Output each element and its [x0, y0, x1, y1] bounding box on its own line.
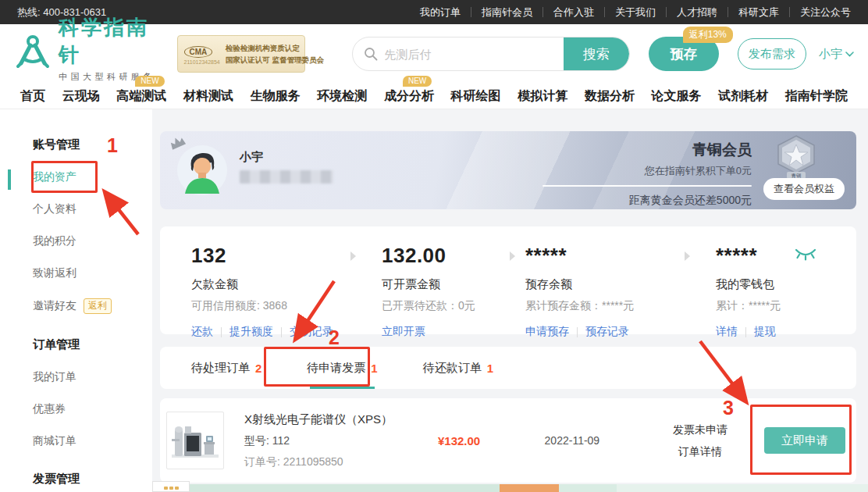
topbar-link-library[interactable]: 科研文库: [738, 5, 779, 20]
stat-debt: 132 欠款金额 可用信用额度: 3868 还款 提升额度 交易记录: [191, 244, 340, 334]
rebate-badge: 返利13%: [683, 27, 733, 43]
stat-value: 132.00: [382, 244, 499, 268]
nav-item-composition[interactable]: 成分分析NEW: [384, 88, 434, 105]
nav-item-simulation[interactable]: 模拟计算: [518, 88, 567, 105]
topbar-link-wechat[interactable]: 关注公众号: [800, 5, 851, 20]
nav-item-bio-service[interactable]: 生物服务: [251, 88, 301, 105]
search-icon: [364, 47, 378, 61]
order-status-block: 发票未申请 订单详情: [636, 419, 764, 462]
eye-closed-icon[interactable]: [795, 248, 816, 264]
nav-item-reagents[interactable]: 试剂耗材: [718, 88, 768, 105]
topbar-link-about[interactable]: 关于我们: [615, 5, 656, 20]
prestore-records-link[interactable]: 预存记录: [585, 325, 629, 339]
stat-label: 我的零钱包: [716, 277, 844, 292]
sidebar-item-profile[interactable]: 个人资料: [33, 202, 152, 216]
stat-sub: 已开票待还款：0元: [382, 299, 499, 313]
sidebar-group-title-invoices[interactable]: 发票管理: [33, 472, 152, 487]
cma-text: 检验检测机构资质认定 国家认证认可 监督管理委员会: [226, 42, 324, 66]
nav-item-paper-service[interactable]: 论文服务: [652, 88, 702, 105]
topbar-links: 我的订单 指南针会员 合作入驻 关于我们 人才招聘 科研文库 关注公众号: [420, 5, 851, 20]
bottom-banner-orange-segment: [500, 484, 559, 492]
xps-instrument-image: [170, 415, 220, 465]
nav-item-data-analysis[interactable]: 数据分析: [585, 88, 635, 105]
sidebar-group-account: 账号管理 我的资产 个人资料 我的积分 致谢返利 邀请好友 返利: [33, 137, 152, 314]
tab-pending-orders[interactable]: 待处理订单2: [191, 347, 261, 389]
topbar-link-partner[interactable]: 合作入驻: [553, 5, 594, 20]
tab-repayment-orders[interactable]: 待还款订单1: [423, 347, 493, 389]
sidebar-item-my-assets[interactable]: 我的资产: [33, 170, 152, 184]
sidebar-item-coupons[interactable]: 优惠券: [33, 402, 152, 416]
tab-count: 1: [371, 362, 377, 375]
topbar-link-membership[interactable]: 指南针会员: [482, 5, 532, 20]
tab-invoice-to-apply[interactable]: 待申请发票1: [307, 347, 377, 389]
sidebar-item-thanks-rebate[interactable]: 致谢返利: [33, 266, 152, 280]
tab-count: 2: [255, 362, 261, 375]
product-model: 型号: 112: [244, 434, 410, 448]
stat-sub: 累计：*****元: [716, 299, 844, 313]
transactions-link[interactable]: 交易记录: [290, 325, 333, 339]
chevron-right-icon: [499, 244, 525, 334]
compass-icon: [14, 34, 52, 74]
search-bar: 搜索: [352, 37, 630, 71]
view-benefits-button[interactable]: 查看会员权益: [763, 178, 845, 200]
divider: [471, 7, 471, 17]
divider: [542, 7, 543, 17]
member-accumulated: 您在指南针累积下单0元: [645, 164, 752, 178]
username: 小宇: [819, 47, 842, 62]
search-input[interactable]: [378, 48, 564, 61]
apply-prestore-link[interactable]: 申请预存: [525, 325, 569, 339]
raise-limit-link[interactable]: 提升额度: [229, 325, 273, 339]
order-row: X射线光电子能谱仪（XPS） 型号: 112 订单号: 2211095850 ¥…: [160, 398, 856, 483]
nav-item-highend-test[interactable]: 高端测试NEW: [116, 88, 166, 105]
prestore-button[interactable]: 预存 返利13%: [649, 37, 719, 71]
stat-value: 132: [191, 244, 340, 268]
nav-item-cloud[interactable]: 云现场: [62, 88, 100, 105]
sidebar-item-my-orders[interactable]: 我的订单: [33, 370, 152, 384]
divider: [221, 327, 222, 337]
sidebar-item-mall-orders[interactable]: 商城订单: [33, 434, 152, 448]
nav-item-academy[interactable]: 指南针学院: [785, 88, 848, 105]
search-button[interactable]: 搜索: [564, 37, 629, 71]
user-menu[interactable]: 小宇: [819, 47, 854, 62]
bottom-widget: [152, 481, 190, 492]
order-tabs: 待处理订单2 待申请发票1 待还款订单1: [160, 347, 856, 389]
topbar-link-my-orders[interactable]: 我的订单: [420, 5, 461, 20]
cma-certificate-badge: CMA 211012342854 检验检测机构资质认定 国家认证认可 监督管理委…: [177, 35, 305, 73]
topbar-link-jobs[interactable]: 人才招聘: [677, 5, 717, 20]
cma-number: 211012342854: [184, 59, 220, 65]
publish-demand-button[interactable]: 发布需求: [738, 38, 806, 70]
nav-item-env-test[interactable]: 环境检测: [317, 88, 367, 105]
tab-count: 1: [487, 362, 493, 375]
stat-invoiceable: 132.00 可开票金额 已开票待还款：0元 立即开票: [366, 244, 499, 334]
divider: [666, 7, 667, 17]
withdraw-link[interactable]: 提现: [754, 325, 776, 339]
nav-item-sci-drawing[interactable]: 科研绘图: [451, 88, 501, 105]
stat-wallet: ***** 我的零钱包 累计：*****元 详情 提现: [700, 244, 844, 334]
sidebar-item-points[interactable]: 我的积分: [33, 234, 152, 248]
chevron-down-icon: [845, 52, 854, 57]
apply-invoice-button[interactable]: 立即申请: [764, 427, 845, 454]
nav-item-material-test[interactable]: 材料测试: [183, 88, 233, 105]
invoice-now-link[interactable]: 立即开票: [382, 325, 425, 339]
brand-name: 科学指南针: [59, 14, 166, 69]
sidebar-group-title-orders[interactable]: 订单管理: [33, 337, 152, 352]
divider: [745, 327, 746, 337]
active-indicator: [8, 169, 11, 190]
medal-label: 青铜: [792, 173, 802, 178]
divider: [281, 327, 282, 337]
member-banner: 小宇 青铜会员 您在指南针累积下单0元 距离黄金会员还差5000元 青铜 查看会…: [160, 131, 856, 209]
divider: [604, 7, 605, 17]
new-badge: NEW: [403, 76, 432, 87]
repay-link[interactable]: 还款: [191, 325, 213, 339]
wallet-detail-link[interactable]: 详情: [716, 325, 738, 339]
stat-sub: 累计预存金额：*****元: [525, 299, 674, 313]
nav-item-home[interactable]: 首页: [20, 88, 45, 105]
sidebar-item-invite-friends[interactable]: 邀请好友 返利: [33, 298, 152, 314]
sidebar-group-invoices: 发票管理: [33, 472, 152, 487]
divider: [789, 7, 790, 17]
order-detail-link[interactable]: 订单详情: [636, 440, 764, 462]
masked-phone: [240, 170, 333, 184]
cma-mark-block: CMA 211012342854: [184, 44, 220, 65]
sidebar-group-title-account[interactable]: 账号管理: [33, 137, 152, 152]
order-date: 2022-11-09: [508, 434, 636, 447]
